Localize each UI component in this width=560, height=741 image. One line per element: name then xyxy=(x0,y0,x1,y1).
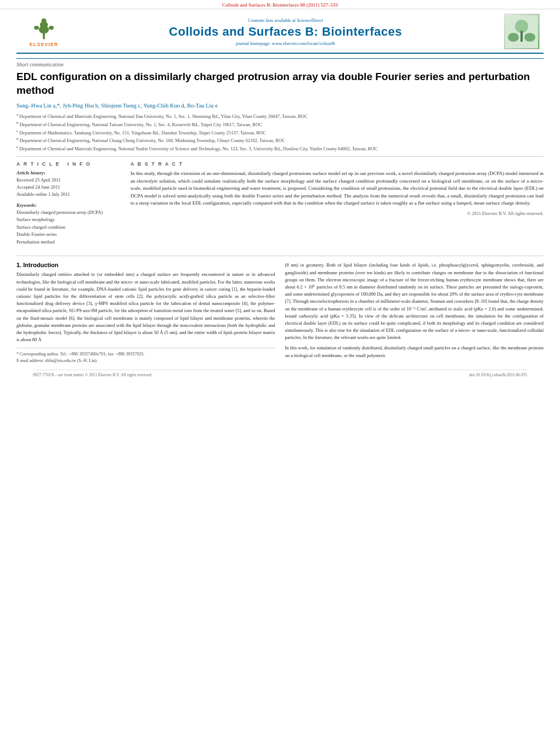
contents-text: Contents lists available at xyxy=(248,18,297,23)
article-title: EDL configuration on a dissimilarly char… xyxy=(16,70,544,97)
journal-cover-area xyxy=(500,14,544,49)
divider2 xyxy=(16,256,544,256)
svg-rect-12 xyxy=(521,31,523,42)
authors-text: Sung–Hwa Lin a,*, Jyh-Ping Hsu b, Shioje… xyxy=(16,103,218,109)
right-paragraph-1: (8 nm) in geometry. Both of lipid bilaye… xyxy=(285,262,544,341)
journal-header: ELSEVIER Contents lists available at Sci… xyxy=(16,9,544,54)
sciencedirect-link-text[interactable]: ScienceDirect xyxy=(297,18,323,23)
footer-bar: 0927-7765/$ – see front matter © 2011 El… xyxy=(33,370,527,377)
elsevier-label: ELSEVIER xyxy=(30,42,59,47)
available-date: Available online 1 July 2011 xyxy=(16,191,121,198)
journal-header-center: Contents lists available at ScienceDirec… xyxy=(71,14,500,49)
journal-homepage: journal homepage: www.elsevier.com/locat… xyxy=(71,41,500,46)
homepage-label: journal homepage: xyxy=(236,41,272,46)
svg-point-5 xyxy=(34,26,39,30)
footnote-email: E-mail address: shlin@niu.edu.tw (S.-H. … xyxy=(16,358,275,364)
keywords-list: Dissimilarly charged protrusion array (D… xyxy=(16,209,121,246)
intro-heading: 1. Introduction xyxy=(16,262,275,268)
keyword-5: Perturbation method xyxy=(16,239,121,246)
affil-b: b Department of Chemical Engineering, Na… xyxy=(16,120,544,128)
keywords-block: Keywords: Dissimilarly charged protrusio… xyxy=(16,202,121,246)
main-left-col: 1. Introduction Dissimilarly charged ent… xyxy=(16,262,275,364)
svg-rect-0 xyxy=(43,33,45,39)
keyword-2: Surface morphology xyxy=(16,216,121,224)
top-bar: Colloids and Surfaces B: Biointerfaces 8… xyxy=(0,0,560,9)
main-right-col: (8 nm) in geometry. Both of lipid bilaye… xyxy=(285,262,544,364)
keyword-4: Double Fourier series xyxy=(16,231,121,239)
footer-issn: 0927-7765/$ – see front matter © 2011 El… xyxy=(33,372,152,377)
affil-e: e Department of Chemical and Materials E… xyxy=(16,144,544,152)
keywords-label: Keywords: xyxy=(16,202,121,208)
accepted-date: Accepted 24 June 2011 xyxy=(16,184,121,191)
article-type: Short communication xyxy=(16,58,544,67)
article-body: Short communication EDL configuration on… xyxy=(0,54,560,388)
copyright: © 2011 Elsevier B.V. All rights reserved… xyxy=(131,211,544,216)
affil-c: c Department of Mathematics, Tamkang Uni… xyxy=(16,128,544,137)
affil-a: a Department of Chemical and Materials E… xyxy=(16,112,544,120)
authors: Sung–Hwa Lin a,*, Jyh-Ping Hsu b, Shioje… xyxy=(16,103,544,109)
journal-cover xyxy=(504,14,540,49)
affiliations: a Department of Chemical and Materials E… xyxy=(16,112,544,152)
main-content: 1. Introduction Dissimilarly charged ent… xyxy=(16,262,544,364)
journal-citation: Colloids and Surfaces B: Biointerfaces 8… xyxy=(222,2,338,8)
affil-d: d Department of Chemical Engineering, Na… xyxy=(16,136,544,144)
abstract-label: A B S T R A C T xyxy=(131,161,544,167)
svg-point-10 xyxy=(508,33,519,42)
footnote-corresponding: * Corresponding author. Tel.: +886 39357… xyxy=(16,351,275,358)
journal-title: Colloids and Surfaces B: Biointerfaces xyxy=(71,25,500,39)
page-container: Colloids and Surfaces B: Biointerfaces 8… xyxy=(0,0,560,741)
received-date: Received 25 April 2011 xyxy=(16,177,121,184)
footnote-section: * Corresponding author. Tel.: +886 39357… xyxy=(16,348,275,364)
svg-point-7 xyxy=(49,26,54,30)
article-info-label: A R T I C L E I N F O xyxy=(16,161,121,167)
keyword-1: Dissimilarly charged protrusion array (D… xyxy=(16,209,121,217)
sciencedirect-line: Contents lists available at ScienceDirec… xyxy=(71,18,500,23)
abstract-text: In this study, through the extension of … xyxy=(131,170,544,207)
elsevier-logo: ELSEVIER xyxy=(27,16,60,47)
info-abstract-section: A R T I C L E I N F O Article history: R… xyxy=(16,161,544,250)
divider xyxy=(16,156,544,157)
article-dates: Received 25 April 2011 Accepted 24 June … xyxy=(16,177,121,197)
article-history: Article history: Received 25 April 2011 … xyxy=(16,170,121,197)
article-info-col: A R T I C L E I N F O Article history: R… xyxy=(16,161,121,250)
abstract-col: A B S T R A C T In this study, through t… xyxy=(131,161,544,250)
keyword-3: Surface charged condition xyxy=(16,224,121,231)
homepage-url[interactable]: www.elsevier.com/locate/colsurfb xyxy=(272,41,336,46)
footer-doi: doi:10.1016/j.colsurfb.2011.06.035 xyxy=(469,372,527,377)
svg-point-3 xyxy=(42,19,47,24)
history-label: Article history: xyxy=(16,170,121,176)
intro-paragraph: Dissimilarly charged entities attached t… xyxy=(16,271,275,343)
journal-logo-area: ELSEVIER xyxy=(16,14,71,49)
right-paragraph-2: In this work, for simulation of randomly… xyxy=(285,344,544,359)
svg-point-11 xyxy=(524,33,535,42)
